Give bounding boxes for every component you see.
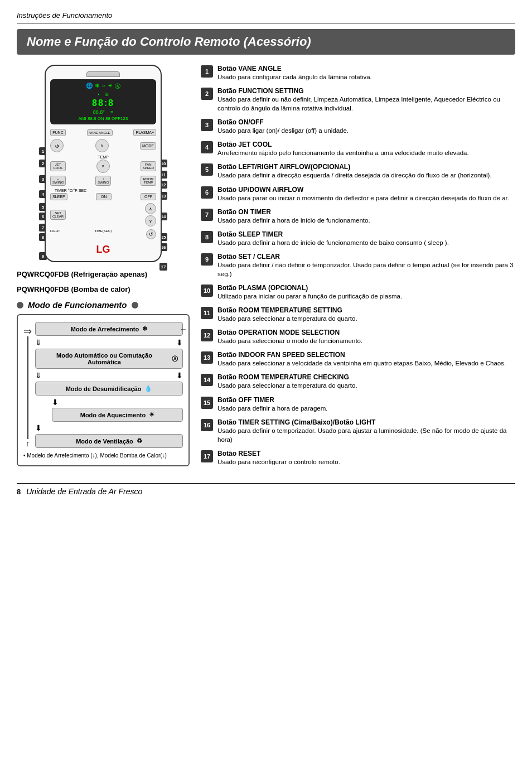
mode-indent-block: ⬇ Modo de Aquecimento ☀: [35, 398, 183, 422]
arrow-down-left-1: ⇓: [35, 338, 42, 347]
btn-sleep[interactable]: SLEEP: [50, 193, 67, 200]
mode-title: Modo de Funcionamento: [28, 300, 127, 310]
screen-row2: ⋆ ※: [97, 91, 109, 97]
item-title-14: Botão ROOM TEMPERATURE CHECKING: [217, 373, 515, 381]
mode-section-title: Modo de Funcionamento: [17, 300, 190, 310]
item-text-3: Botão ON/OFF Usado para ligar (on)/ desl…: [217, 118, 515, 135]
item-desc-12: Usado para seleccionar o modo de funcion…: [217, 336, 515, 345]
item-title-4: Botão JET COOL: [217, 141, 515, 148]
btn-fanspeed[interactable]: FANSPEED: [141, 161, 156, 171]
btn-timer-up[interactable]: ∧: [145, 203, 156, 214]
model-line-1: PQWRCQ0FDB (Refrigeração apenas): [17, 270, 190, 278]
item-text-9: Botão SET / CLEAR Usado para definir / n…: [217, 253, 515, 278]
mode-aquecimento-label: Modo de Aquecimento: [80, 412, 146, 418]
btn-plasma[interactable]: PLASMA+: [133, 129, 156, 136]
mode-desumi-label: Modo de Desumidificação: [66, 385, 142, 392]
item-text-14: Botão ROOM TEMPERATURE CHECKING Usado pa…: [217, 373, 515, 390]
item-desc-9: Usado para definir / não definir o tempo…: [217, 261, 515, 278]
timer-label: TIMER °C/°F-SEC: [55, 189, 156, 192]
item-text-16: Botão TIMER SETTING (Cima/Baixo)/Botão L…: [217, 418, 515, 444]
item-text-17: Botão RESET Usado para reconfigurar o co…: [217, 450, 515, 466]
mode-left-arrows: ⇒ ↑: [23, 322, 32, 448]
page-title: Nome e Função do Controlo Remoto (Acessó…: [27, 35, 505, 49]
btn-on[interactable]: ON: [96, 193, 112, 200]
item-num-8: 8: [201, 231, 213, 243]
btn-row-func: FUNC VANE ANGLE PLASMA+: [50, 129, 156, 136]
item-desc-4: Arrefecimento rápido pelo funcionamento …: [217, 148, 515, 157]
arrow-down-right-1: ⬇: [176, 338, 183, 347]
item-title-15: Botão OFF TIMER: [217, 396, 515, 404]
item-desc-15: Usado para definir a hora de paragem.: [217, 404, 515, 413]
light-label: LIGHT: [50, 229, 60, 239]
item-num-9: 9: [201, 253, 213, 266]
items-container: 1 Botão VANE ANGLE Usado para configurar…: [201, 65, 515, 466]
arrow-right-top: ←: [180, 325, 187, 334]
item-title-8: Botão SLEEP TIMER: [217, 230, 515, 238]
btn-mode[interactable]: MODE: [140, 142, 156, 150]
screen-bottom-row: AMI 88.8 ON 88 OFF123: [79, 116, 128, 121]
item-text-4: Botão JET COOL Arrefecimento rápido pelo…: [217, 141, 515, 157]
mode-caption: • Modelo de Arrefecimento (↓), Modelo Bo…: [23, 452, 183, 459]
item-num-14: 14: [201, 374, 213, 386]
item-desc-2: Usado para definir ou não definir, Limpe…: [217, 95, 515, 113]
btn-row-set: SETCLEAR ∧ ∨: [50, 203, 156, 226]
arrow-down-right-2: ⬇: [176, 371, 183, 380]
item-desc-7: Usado para definir a hora de início de f…: [217, 216, 515, 225]
item-desc-6: Usado para parar ou iniciar o movimento …: [217, 194, 515, 203]
item-desc-14: Usado para seleccionar a temperatura do …: [217, 381, 515, 390]
item-title-17: Botão RESET: [217, 450, 515, 457]
icon-sun: ☀: [108, 83, 113, 90]
btn-row-sleep: SLEEP ON OFF: [50, 193, 156, 200]
item-text-8: Botão SLEEP TIMER Usado para definir a h…: [217, 230, 515, 247]
btn-jetcool[interactable]: JETCOOL: [50, 161, 66, 171]
item-title-16: Botão TIMER SETTING (Cima/Baixo)/Botão L…: [217, 418, 515, 426]
item-text-6: Botão UP/DOWN AIRFLOW Usado para parar o…: [217, 186, 515, 203]
item-block-12: 12 Botão OPERATION MODE SELECTION Usado …: [201, 329, 515, 345]
item-block-16: 16 Botão TIMER SETTING (Cima/Baixo)/Botã…: [201, 418, 515, 444]
item-block-7: 7 Botão ON TIMER Usado para definir a ho…: [201, 208, 515, 225]
item-block-8: 8 Botão SLEEP TIMER Usado para definir a…: [201, 230, 515, 247]
arrow-down-left-2: ⇓: [35, 371, 42, 380]
btn-setclear[interactable]: SETCLEAR: [50, 210, 66, 220]
mode-box-aquecimento: Modo de Aquecimento ☀: [52, 408, 183, 422]
item-desc-11: Usado para seleccionar a temperatura do …: [217, 314, 515, 323]
icon-circle: ○: [101, 83, 105, 90]
screen-digits: 88:8: [92, 98, 114, 108]
icon-drop: 💧: [144, 385, 152, 392]
arrow-down-indent: ⬇: [52, 398, 183, 407]
btn-vane[interactable]: VANE ANGLE: [87, 129, 113, 136]
mode-arrefecimento-label: Modo de Arrefecimento: [71, 326, 139, 332]
mode-inner: Modo de Arrefecimento ❄ ← ⇓ ⬇ Modo Autom…: [35, 322, 183, 448]
arrow-down-3: ⬇: [35, 423, 183, 432]
screen-sub-row: 88.8° ≡: [93, 109, 113, 115]
item-block-17: 17 Botão RESET Usado para reconfigurar o…: [201, 450, 515, 466]
mode-auto-label: Modo Automático ou Comutação Automática: [40, 352, 168, 365]
item-num-12: 12: [201, 329, 213, 341]
btn-up[interactable]: ∧: [95, 139, 109, 152]
item-text-2: Botão FUNCTION SETTING Usado para defini…: [217, 87, 515, 113]
btn-row-onoff: ⏻ ∧ MODE: [50, 139, 156, 152]
btn-func[interactable]: FUNC: [50, 129, 66, 136]
item-block-9: 9 Botão SET / CLEAR Usado para definir /…: [201, 253, 515, 278]
top-divider: [17, 23, 515, 23]
mode-box-auto: Modo Automático ou Comutação Automática …: [35, 349, 183, 369]
btn-row-swing: ↔SWING ↕SWING ROOMTEMP: [50, 176, 156, 186]
mode-outer: ⇒ ↑ Modo de Arrefecimento ❄ ← ⇓: [23, 322, 183, 448]
item-text-11: Botão ROOM TEMPERATURE SETTING Usado par…: [217, 306, 515, 323]
btn-roomtemp[interactable]: ROOMTEMP: [141, 176, 156, 186]
icon-ai: Ⓐ: [115, 83, 120, 90]
item-text-1: Botão VANE ANGLE Usado para configurar c…: [217, 65, 515, 81]
btn-down[interactable]: ∨: [96, 160, 110, 173]
btn-reset[interactable]: ↺: [146, 229, 156, 239]
item-num-3: 3: [201, 119, 213, 131]
btn-rswing[interactable]: ↕SWING: [95, 176, 111, 186]
icon-snowflake: ❄: [95, 83, 99, 90]
btn-onoff[interactable]: ⏻: [50, 139, 64, 152]
btn-off[interactable]: OFF: [141, 193, 156, 200]
btn-lswing[interactable]: ↔SWING: [50, 176, 66, 186]
remote-diagram-wrapper: 1 2 3 4 5 6 7 8 9 10 11 12 13 14 15 16 1…: [39, 65, 167, 262]
item-block-1: 1 Botão VANE ANGLE Usado para configurar…: [201, 65, 515, 81]
item-text-15: Botão OFF TIMER Usado para definir a hor…: [217, 396, 515, 413]
item-num-15: 15: [201, 397, 213, 409]
btn-timer-down[interactable]: ∨: [145, 215, 156, 226]
